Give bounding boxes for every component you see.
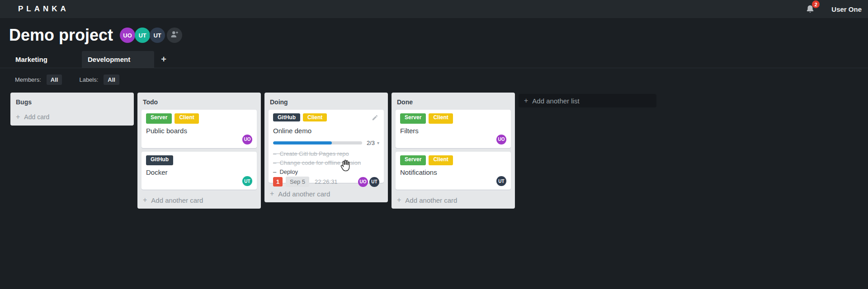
edit-card-button[interactable] — [371, 113, 379, 124]
label-client[interactable]: Client — [303, 113, 327, 121]
labels-filter-value[interactable]: All — [104, 75, 119, 85]
card-meta-row: 1 Sep 5 22:26:31 UO UT — [273, 177, 379, 187]
hand-cursor — [339, 159, 352, 173]
card-labels: GitHub — [146, 155, 252, 166]
card-labels: Server Client — [400, 155, 506, 166]
list-title[interactable]: Doing — [269, 96, 384, 110]
plus-icon — [16, 113, 20, 121]
chevron-down-icon[interactable]: ▾ — [377, 140, 379, 145]
list-doing: Doing GitHub Client Online demo 2/3 — [264, 93, 388, 202]
add-user-icon — [170, 30, 179, 41]
progress-label: 2/3 — [367, 140, 375, 146]
avatar[interactable]: UT — [496, 176, 506, 186]
label-github[interactable]: GitHub — [273, 113, 300, 121]
add-card-label: Add card — [24, 113, 49, 121]
progress-bar — [273, 141, 362, 144]
card-members: UO — [400, 135, 506, 144]
card-labels: Server Client — [400, 113, 506, 124]
project-members: UO UT UT — [120, 28, 182, 43]
card-docker[interactable]: GitHub Docker UT — [142, 152, 257, 190]
timer-badge[interactable]: 22:26:31 — [315, 178, 338, 185]
plus-icon — [397, 196, 401, 204]
card-title[interactable]: Docker — [146, 168, 252, 176]
label-client[interactable]: Client — [429, 155, 453, 166]
list-title[interactable]: Todo — [142, 96, 257, 110]
card-title[interactable]: Online demo — [273, 127, 379, 135]
card-title[interactable]: Public boards — [146, 127, 252, 135]
user-menu[interactable]: User One — [831, 5, 862, 13]
tabs-divider — [0, 68, 868, 68]
card-top-row: GitHub Client — [273, 113, 379, 124]
label-github[interactable]: GitHub — [146, 155, 173, 166]
add-card-button[interactable]: Add another card — [269, 187, 384, 199]
task-progress: 2/3 ▾ — [273, 140, 379, 146]
add-card-button[interactable]: Add another card — [142, 193, 257, 205]
plus-icon — [143, 196, 147, 204]
avatar[interactable]: UT — [135, 28, 150, 43]
pencil-icon — [372, 114, 378, 121]
planka-logo[interactable]: PLANKA — [18, 5, 69, 14]
card-online-demo[interactable]: GitHub Client Online demo 2/3 ▾ Create — [269, 110, 384, 183]
topbar-right: 2 User One — [805, 0, 862, 18]
card-public-boards[interactable]: Server Client Public boards UO — [142, 110, 257, 148]
add-card-button[interactable]: Add card — [14, 110, 130, 122]
card-title[interactable]: Notifications — [400, 168, 506, 176]
board-tabs: Marketing Development + — [9, 51, 173, 68]
avatar[interactable]: UO — [120, 28, 135, 43]
notifications-button[interactable]: 2 — [805, 4, 815, 14]
list-done: Done Server Client Filters UO Server Cli… — [392, 93, 515, 209]
avatar[interactable]: UT — [369, 177, 379, 187]
list-todo: Todo Server Client Public boards UO GitH… — [137, 93, 261, 209]
avatar[interactable]: UT — [242, 176, 252, 186]
due-date-badge[interactable]: Sep 5 — [286, 177, 309, 187]
plus-icon — [524, 97, 528, 105]
add-card-label: Add another card — [278, 190, 330, 198]
list-bugs: Bugs Add card — [10, 93, 134, 126]
task-list: Create GitHub Pages repo Change code for… — [273, 149, 379, 177]
plus-icon — [270, 190, 274, 198]
members-filter-label: Members: — [15, 76, 41, 83]
tab-development[interactable]: Development — [82, 51, 154, 68]
add-list-button[interactable]: Add another list — [519, 94, 656, 107]
task-item[interactable]: Create GitHub Pages repo — [273, 149, 379, 158]
list-title[interactable]: Bugs — [14, 96, 130, 110]
label-client[interactable]: Client — [175, 113, 198, 124]
add-card-label: Add another card — [405, 196, 457, 204]
project-title[interactable]: Demo project — [9, 26, 113, 45]
add-board-button[interactable]: + — [154, 51, 173, 68]
add-card-button[interactable]: Add another card — [396, 193, 511, 205]
add-member-button[interactable] — [167, 28, 182, 43]
card-members: UT — [400, 176, 506, 186]
labels-filter-label: Labels: — [79, 76, 98, 83]
card-labels: GitHub Client — [273, 113, 371, 121]
card-members: UO — [146, 135, 252, 144]
card-members: UT — [146, 176, 252, 186]
label-server[interactable]: Server — [400, 155, 426, 166]
avatar[interactable]: UT — [150, 28, 165, 43]
kanban-board: Bugs Add card Todo Server Client Public … — [10, 93, 656, 209]
notification-count-badge: 2 — [812, 0, 820, 8]
tab-marketing[interactable]: Marketing — [9, 51, 82, 68]
card-labels: Server Client — [146, 113, 252, 124]
task-item[interactable]: Deploy — [273, 168, 379, 177]
members-filter-value[interactable]: All — [47, 75, 62, 85]
add-list-label: Add another list — [532, 97, 579, 105]
label-server[interactable]: Server — [146, 113, 172, 124]
card-title[interactable]: Filters — [400, 127, 506, 135]
task-item[interactable]: Change code for offline version — [273, 158, 379, 168]
avatar[interactable]: UO — [358, 177, 368, 187]
progress-fill — [273, 141, 332, 144]
project-header: Demo project UO UT UT — [9, 19, 182, 51]
top-bar: PLANKA 2 User One — [0, 0, 868, 18]
card-notifications[interactable]: Server Client Notifications UT — [396, 152, 511, 190]
avatar[interactable]: UO — [242, 135, 252, 144]
avatar[interactable]: UO — [496, 135, 506, 144]
list-title[interactable]: Done — [396, 96, 511, 110]
label-server[interactable]: Server — [400, 113, 426, 124]
card-filters[interactable]: Server Client Filters UO — [396, 110, 511, 148]
filter-bar: Members: All Labels: All — [15, 74, 119, 85]
notification-count-badge: 1 — [273, 177, 283, 186]
label-client[interactable]: Client — [429, 113, 453, 124]
add-card-label: Add another card — [151, 196, 203, 204]
